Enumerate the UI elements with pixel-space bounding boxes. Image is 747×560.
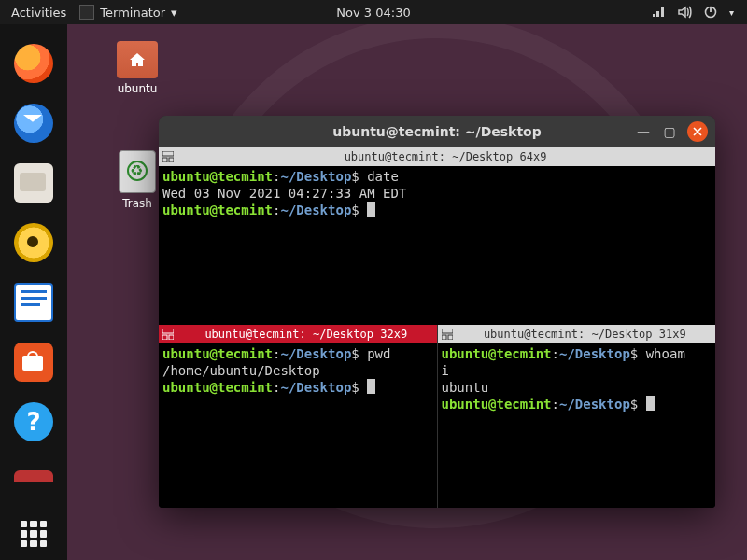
window-close-button[interactable] [687, 121, 708, 142]
cursor-icon [646, 396, 655, 411]
network-icon[interactable] [651, 5, 666, 20]
terminator-dock-icon [14, 470, 53, 482]
app-menu-label: Terminator [100, 6, 165, 20]
split-layout-icon [442, 329, 453, 340]
terminator-panes: ubuntu@tecmint: ~/Desktop 64x9 ubuntu@te… [159, 147, 715, 508]
svg-rect-3 [162, 158, 167, 162]
app-menu[interactable]: Terminator ▾ [79, 5, 176, 20]
pane-header-bottom-right[interactable]: ubuntu@tecmint: ~/Desktop 31x9 [438, 325, 716, 343]
dock: ? [0, 24, 67, 560]
show-applications-button[interactable] [21, 521, 47, 547]
dock-item-writer[interactable] [11, 280, 56, 325]
dock-item-firefox[interactable] [11, 41, 56, 86]
dock-item-thunderbird[interactable] [11, 101, 56, 146]
terminal-body-bottom-right[interactable]: ubuntu@tecmint:~/Desktop$ whoam i ubuntu… [438, 343, 716, 508]
trash-icon: ♻ [119, 150, 156, 193]
svg-rect-8 [442, 329, 453, 333]
pane-header-label: ubuntu@tecmint: ~/Desktop 64x9 [179, 150, 712, 163]
pane-header-bottom-left[interactable]: ubuntu@tecmint: ~/Desktop 32x9 [159, 325, 437, 343]
files-icon [14, 163, 53, 203]
cursor-icon [367, 379, 375, 394]
svg-rect-10 [448, 335, 453, 340]
split-layout-icon [162, 151, 174, 162]
window-maximize-button[interactable]: ▢ [661, 123, 678, 140]
svg-rect-2 [162, 151, 174, 156]
software-store-icon [14, 343, 53, 382]
dock-item-help[interactable]: ? [11, 399, 56, 444]
desktop-icon-label: ubuntu [103, 82, 172, 95]
terminal-body-bottom-left[interactable]: ubuntu@tecmint:~/Desktop$ pwd /home/ubun… [159, 343, 437, 508]
svg-rect-9 [442, 335, 446, 340]
terminal-body-top[interactable]: ubuntu@tecmint:~/Desktop$ date Wed 03 No… [159, 166, 715, 325]
dock-item-files[interactable] [11, 161, 56, 205]
split-layout-icon [162, 329, 174, 340]
dock-item-rhythmbox[interactable] [11, 220, 56, 265]
clock[interactable]: Nov 3 04:30 [336, 6, 410, 20]
svg-rect-7 [169, 335, 174, 340]
pane-header-top[interactable]: ubuntu@tecmint: ~/Desktop 64x9 [159, 147, 715, 166]
thunderbird-icon [14, 104, 53, 143]
pane-bottom-left[interactable]: ubuntu@tecmint: ~/Desktop 32x9 ubuntu@te… [159, 325, 438, 508]
dock-item-software[interactable] [11, 340, 56, 385]
document-editor-icon [14, 283, 53, 322]
svg-rect-5 [162, 329, 174, 333]
help-icon: ? [14, 402, 53, 441]
pane-header-label: ubuntu@tecmint: ~/Desktop 31x9 [458, 328, 712, 341]
app-menu-arrow-icon: ▾ [171, 6, 177, 20]
firefox-icon [14, 44, 53, 83]
cursor-icon [367, 202, 375, 217]
window-minimize-button[interactable]: — [635, 123, 652, 140]
window-title: ubuntu@tecmint: ~/Desktop [159, 124, 715, 139]
power-icon[interactable] [703, 5, 718, 20]
close-icon [693, 127, 702, 136]
pane-top[interactable]: ubuntu@tecmint: ~/Desktop 64x9 ubuntu@te… [159, 147, 715, 325]
top-panel: Activities Terminator ▾ Nov 3 04:30 ▾ [0, 0, 747, 24]
activities-button[interactable]: Activities [11, 6, 66, 20]
desktop[interactable]: ubuntu ♻ Trash ubuntu@tecmint: ~/Desktop… [67, 24, 747, 560]
home-folder-icon [117, 41, 158, 78]
volume-icon[interactable] [677, 5, 692, 20]
window-titlebar[interactable]: ubuntu@tecmint: ~/Desktop — ▢ [159, 116, 715, 147]
terminator-window[interactable]: ubuntu@tecmint: ~/Desktop — ▢ ubuntu@tec… [159, 116, 715, 508]
pane-header-label: ubuntu@tecmint: ~/Desktop 32x9 [179, 328, 433, 341]
dock-item-terminator[interactable] [11, 454, 56, 498]
svg-rect-4 [169, 158, 174, 162]
pane-bottom-right[interactable]: ubuntu@tecmint: ~/Desktop 31x9 ubuntu@te… [438, 325, 716, 508]
music-player-icon [14, 223, 53, 262]
system-menu-arrow-icon[interactable]: ▾ [729, 7, 734, 18]
terminator-app-icon [79, 5, 94, 20]
svg-rect-6 [162, 335, 167, 340]
desktop-icon-home[interactable]: ubuntu [103, 41, 172, 95]
system-tray[interactable]: ▾ [651, 5, 747, 20]
